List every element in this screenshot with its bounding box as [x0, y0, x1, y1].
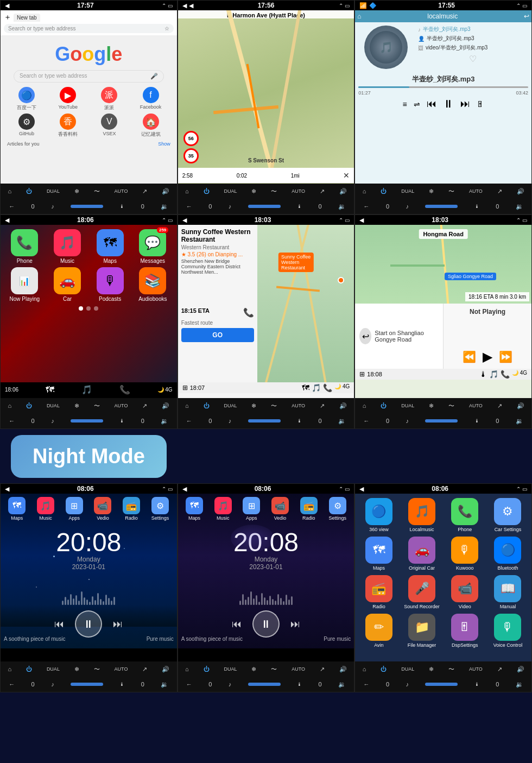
phone-thumb-6[interactable]: 📞	[501, 370, 510, 379]
carplay-car[interactable]: 🚗 Car	[48, 267, 87, 302]
wave-1[interactable]: 〜	[94, 187, 100, 196]
shortcut-5[interactable]: 香 香香料料	[48, 113, 87, 138]
vol-1[interactable]: 🔉	[161, 203, 168, 210]
go-button[interactable]: GO	[181, 328, 254, 342]
shortcut-youtube[interactable]: ▶ YouTube	[48, 87, 87, 111]
window-2[interactable]: ▭	[345, 3, 350, 9]
maps-map-view[interactable]: Sunny CoffeeWesternRestaurant	[257, 225, 354, 382]
app-dspsettings[interactable]: 🎚 DspSettings	[446, 614, 484, 648]
star-icon[interactable]: ☆	[164, 26, 169, 31]
carplay-phone[interactable]: 📞 Phone	[5, 229, 45, 264]
home-music[interactable]: ⌂	[357, 12, 361, 20]
expand-3[interactable]: ⌃	[516, 3, 521, 9]
night-apps-1[interactable]: ⊞ Apps	[66, 497, 83, 521]
next-night-1[interactable]: ⏭	[113, 619, 123, 630]
night-settings-1[interactable]: ⚙ Settings	[151, 497, 169, 521]
prev-btn[interactable]: ⏮	[427, 98, 436, 110]
back-music[interactable]: ↩	[524, 12, 529, 20]
night-video-1[interactable]: 📹 Vedio	[94, 497, 111, 521]
carplay-music[interactable]: 🎵 Music	[48, 229, 87, 264]
app-soundrecorder[interactable]: 🎤 Sound Recorder	[402, 575, 441, 609]
home-btn-2[interactable]: ⌂	[185, 188, 189, 194]
prev-night-2[interactable]: ⏮	[232, 619, 242, 630]
pause-btn[interactable]: ⏸	[443, 98, 454, 110]
home-btn-3[interactable]: ⌂	[363, 188, 366, 194]
arrow-1[interactable]: ↗	[142, 188, 147, 195]
speaker-1[interactable]: 🔊	[162, 188, 169, 195]
power-btn-1[interactable]: ⏻	[26, 188, 32, 194]
slider-6[interactable]	[425, 419, 458, 423]
shortcut-facebook[interactable]: f Facebook	[131, 87, 170, 111]
back-icon-4[interactable]: ◀	[5, 217, 9, 224]
shortcut-3[interactable]: 派 派派	[90, 87, 129, 111]
app-avin[interactable]: ✏ Avin	[359, 614, 398, 648]
carplay-maps[interactable]: 🗺 Maps	[90, 229, 130, 264]
url-bar[interactable]: Search or type web address ☆	[4, 24, 174, 33]
night-radio-2[interactable]: 📻 Radio	[300, 497, 318, 521]
back-btn-2[interactable]: ←	[186, 203, 192, 210]
snowflake-2[interactable]: ❄	[251, 188, 256, 195]
play-night-2[interactable]: ⏸	[252, 610, 280, 638]
thumb-icon-5[interactable]: 🗺	[302, 383, 309, 392]
app-maps[interactable]: 🗺 Maps	[359, 537, 398, 571]
shortcut-github[interactable]: ⚙ GitHub	[7, 113, 46, 138]
app-manual[interactable]: 📖 Manual	[489, 575, 527, 609]
night-maps-1[interactable]: 🗺 Maps	[8, 497, 26, 521]
speaker-2[interactable]: 🔊	[339, 188, 347, 195]
night-settings-2[interactable]: ⚙ Settings	[328, 497, 346, 521]
arrow-2[interactable]: ↗	[320, 188, 325, 195]
app-bluetooth[interactable]: 🔵 Bluetooth	[489, 537, 527, 571]
search-box[interactable]: Search or type web address 🎤	[14, 70, 164, 83]
app-localmusic[interactable]: 🎵 Localmusic	[402, 498, 441, 532]
play-btn-6[interactable]: ▶	[483, 349, 492, 364]
music-thumb[interactable]: 🎵	[81, 384, 92, 395]
app-radio[interactable]: 📻 Radio	[359, 575, 398, 609]
heart-icon[interactable]: ♡	[469, 54, 477, 64]
eq-icon[interactable]: 🎚	[477, 100, 484, 109]
power-btn-2[interactable]: ⏻	[204, 188, 210, 194]
close-nav-btn[interactable]: ✕	[343, 171, 350, 180]
slider-3[interactable]	[425, 205, 458, 208]
slider-4[interactable]	[71, 419, 103, 423]
carplay-audiobooks[interactable]: 📚 Audiobooks	[133, 267, 173, 302]
back-6[interactable]: ◀	[359, 217, 364, 224]
snowflake-1[interactable]: ❄	[74, 188, 79, 195]
slider-8[interactable]	[248, 683, 281, 686]
carplay-messages[interactable]: 💬 259 Messages	[133, 229, 173, 264]
carplay-nowplaying[interactable]: 📊 Now Playing	[5, 267, 45, 302]
shuffle-icon[interactable]: ⇌	[414, 100, 420, 109]
night-radio-1[interactable]: 📻 Radio	[123, 497, 140, 521]
shortcut-7[interactable]: 🏠 记忆建筑	[131, 113, 170, 138]
back-icon[interactable]: ◀	[5, 2, 9, 9]
rewind-btn[interactable]: ⏪	[463, 350, 476, 363]
night-maps-2[interactable]: 🗺 Maps	[186, 497, 203, 521]
slider-2[interactable]	[248, 205, 281, 208]
slider-7[interactable]	[71, 683, 103, 686]
back-btn-1[interactable]: ←	[9, 203, 15, 210]
app-kuwooo[interactable]: 🎙 Kuwooo	[446, 537, 484, 571]
tune-1[interactable]: ♪	[51, 203, 54, 210]
night-apps-2[interactable]: ⊞ Apps	[243, 497, 260, 521]
prev-night-1[interactable]: ⏮	[54, 619, 64, 630]
progress-bar[interactable]	[358, 86, 528, 88]
app-phone[interactable]: 📞 Phone	[446, 498, 484, 532]
mic-icon[interactable]: 🎤	[150, 73, 158, 80]
play-night-1[interactable]: ⏸	[75, 610, 102, 638]
app-filemanager[interactable]: 📁 File Manager	[402, 614, 441, 648]
map-view[interactable]: E Harmon Ave (Hyatt Place) 56 35 S Swens…	[178, 10, 354, 168]
app-360view[interactable]: 🔵 360 view	[359, 498, 398, 532]
night-video-2[interactable]: 📹 Vedio	[271, 497, 289, 521]
expand-icon[interactable]: ⌃	[162, 3, 166, 9]
app-voicecontrol[interactable]: 🎙 Voice Control	[489, 614, 527, 648]
app-video[interactable]: 📹 Video	[446, 575, 484, 609]
wave-2[interactable]: 〜	[271, 187, 277, 196]
night-music-2[interactable]: 🎵 Music	[214, 497, 232, 521]
expand-2[interactable]: ⌃	[339, 3, 343, 9]
power-btn-3[interactable]: ⏻	[381, 188, 387, 194]
new-tab-icon[interactable]: ＋	[4, 12, 11, 22]
next-night-2[interactable]: ⏭	[290, 619, 300, 630]
forward-btn[interactable]: ⏩	[499, 350, 512, 363]
music-thumb-5[interactable]: 🎵	[312, 383, 321, 392]
carplay-podcasts[interactable]: 🎙 Podcasts	[90, 267, 130, 302]
window-3[interactable]: ▭	[522, 3, 527, 9]
